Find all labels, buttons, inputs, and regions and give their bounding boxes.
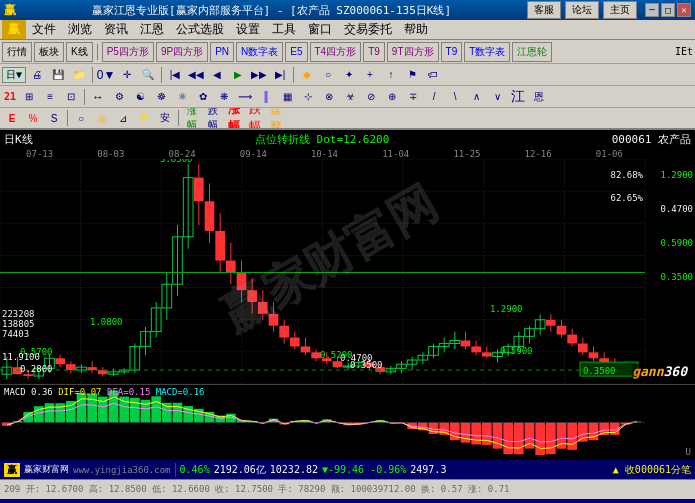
menu-bar: 赢 文件 浏览 资讯 江恩 公式选股 设置 工具 窗口 交易委托 帮助	[0, 20, 695, 40]
tb2-zoom[interactable]: 🔍	[138, 66, 158, 84]
tb3-icon24[interactable]: 江	[508, 88, 528, 106]
tb3-icon16[interactable]: ☣	[340, 88, 360, 106]
tb4-ma[interactable]: 涨幅	[224, 109, 244, 127]
tb4-zf[interactable]: 涨幅	[182, 109, 202, 127]
menu-browse[interactable]: 浏览	[62, 20, 98, 39]
tb-e5[interactable]: E5	[285, 42, 307, 62]
tb4-safe[interactable]: 安	[155, 109, 175, 127]
tb2-diamond[interactable]: ◆	[297, 66, 317, 84]
menu-info[interactable]: 资讯	[98, 20, 134, 39]
tb3-icon23[interactable]: ∨	[487, 88, 507, 106]
home-btn[interactable]: 主页	[603, 1, 637, 19]
tb4-circle2[interactable]: ◎	[92, 109, 112, 127]
customer-service-btn[interactable]: 客服	[527, 1, 561, 19]
tb3-icon22[interactable]: ∧	[466, 88, 486, 106]
tb3-icon19[interactable]: ∓	[403, 88, 423, 106]
tb2-star[interactable]: ✦	[339, 66, 359, 84]
tb-sector[interactable]: 板块	[34, 42, 64, 62]
tb3-icon2[interactable]: ≡	[40, 88, 60, 106]
tb3-icon3[interactable]: ⊡	[61, 88, 81, 106]
tb2-cross[interactable]: ✛	[117, 66, 137, 84]
tb3-icon7[interactable]: ☸	[151, 88, 171, 106]
macd-label: MACD 0.36	[4, 387, 58, 397]
tb2-b1[interactable]: 0▼	[96, 66, 116, 84]
tb3-icon20[interactable]: /	[424, 88, 444, 106]
tb3-icon1[interactable]: ⊞	[19, 88, 39, 106]
tb-pn[interactable]: PN	[210, 42, 234, 62]
tb3-icon13[interactable]: ▦	[277, 88, 297, 106]
tb3-icon4[interactable]: ↔	[88, 88, 108, 106]
time-9: 01-06	[596, 149, 623, 159]
tb3-icon21[interactable]: \	[445, 88, 465, 106]
menu-help[interactable]: 帮助	[398, 20, 434, 39]
tb2-first[interactable]: |◀	[165, 66, 185, 84]
minimize-btn[interactable]: ─	[645, 3, 659, 17]
chart-header: 日K线 点位转折线 Dot=12.6200 000061 农产品	[0, 130, 695, 149]
k-label: 日K线	[4, 132, 33, 147]
tb-9tsq[interactable]: 9T四方形	[387, 42, 439, 62]
tb2-fwd[interactable]: ▶▶	[249, 66, 269, 84]
tb3-icon12[interactable]: ║	[256, 88, 276, 106]
title-bar: 赢 赢家江恩专业版[赢家内部服务平台] - [农产品 SZ000061-135日…	[0, 0, 695, 20]
tb3-icon17[interactable]: ⊘	[361, 88, 381, 106]
tb-tnum[interactable]: T数字表	[464, 42, 510, 62]
tb2-tag[interactable]: 🏷	[423, 66, 443, 84]
tb4-ma2[interactable]: 跌幅	[245, 109, 265, 127]
tb2-last[interactable]: ▶|	[270, 66, 290, 84]
tb2-save[interactable]: 💾	[48, 66, 68, 84]
tb2-print[interactable]: 🖨	[27, 66, 47, 84]
tb-9psq[interactable]: 9P四方形	[156, 42, 208, 62]
tb3-icon10[interactable]: ❋	[214, 88, 234, 106]
title-text: 赢家江恩专业版[赢家内部服务平台] - [农产品 SZ000061-135日K线…	[92, 3, 451, 18]
tb2-back[interactable]: ◀	[207, 66, 227, 84]
menu-formula[interactable]: 公式选股	[170, 20, 230, 39]
tb3-icon5[interactable]: ⚙	[109, 88, 129, 106]
tb3-icon18[interactable]: ⊕	[382, 88, 402, 106]
tb2-prev[interactable]: ◀◀	[186, 66, 206, 84]
tb2-flag[interactable]: ⚑	[402, 66, 422, 84]
tb4-e[interactable]: E	[2, 109, 22, 127]
close-btn[interactable]: ✕	[677, 3, 691, 17]
menu-gann[interactable]: 江恩	[134, 20, 170, 39]
tb4-ma3[interactable]: 盘整	[266, 109, 286, 127]
tb-gann[interactable]: 江恩轮	[512, 42, 552, 62]
tb3-icon9[interactable]: ✿	[193, 88, 213, 106]
tb-kline[interactable]: K线	[66, 42, 93, 62]
price-0470: 0.4700	[660, 204, 693, 214]
menu-win[interactable]: 赢	[2, 20, 26, 39]
maximize-btn[interactable]: □	[661, 3, 675, 17]
tb4-gold[interactable]: 金	[134, 109, 154, 127]
tb3-icon6[interactable]: ☯	[130, 88, 150, 106]
tb4-zf2[interactable]: 跌幅	[203, 109, 223, 127]
tb2-plus[interactable]: +	[360, 66, 380, 84]
menu-settings[interactable]: 设置	[230, 20, 266, 39]
tb3-icon8[interactable]: ⚛	[172, 88, 192, 106]
tb4-percent[interactable]: %	[23, 109, 43, 127]
tb-market[interactable]: 行情	[2, 42, 32, 62]
toolbar4: E % S ○ ◎ ⊿ 金 安 涨幅 跌幅 涨幅 跌幅 盘整	[0, 108, 695, 130]
tb-t4sq[interactable]: T4四方形	[310, 42, 362, 62]
menu-tools[interactable]: 工具	[266, 20, 302, 39]
tb-t9[interactable]: T9	[363, 42, 385, 62]
tb2-open[interactable]: 📁	[69, 66, 89, 84]
menu-file[interactable]: 文件	[26, 20, 62, 39]
tb3-icon14[interactable]: ⊹	[298, 88, 318, 106]
tb3-icon15[interactable]: ⊗	[319, 88, 339, 106]
forum-btn[interactable]: 论坛	[565, 1, 599, 19]
tb3-icon11[interactable]: ⟿	[235, 88, 255, 106]
tb4-s[interactable]: S	[44, 109, 64, 127]
sep3	[161, 67, 162, 83]
menu-window[interactable]: 窗口	[302, 20, 338, 39]
main-chart-area: 1.2900 0.4700 0.5900 0.3500 82.68% 62.65…	[0, 159, 695, 384]
tb4-fan[interactable]: ⊿	[113, 109, 133, 127]
tb2-arrow[interactable]: ↑	[381, 66, 401, 84]
tb3-icon25[interactable]: 恩	[529, 88, 549, 106]
tb2-play[interactable]: ▶	[228, 66, 248, 84]
tb-t9b[interactable]: T9	[441, 42, 463, 62]
menu-trade[interactable]: 交易委托	[338, 20, 398, 39]
tb2-circle[interactable]: ○	[318, 66, 338, 84]
tb-nnum[interactable]: N数字表	[236, 42, 283, 62]
tb4-circle1[interactable]: ○	[71, 109, 91, 127]
tb-p5sq[interactable]: P5四方形	[102, 42, 154, 62]
ticker-val: 2497.3	[410, 464, 446, 475]
